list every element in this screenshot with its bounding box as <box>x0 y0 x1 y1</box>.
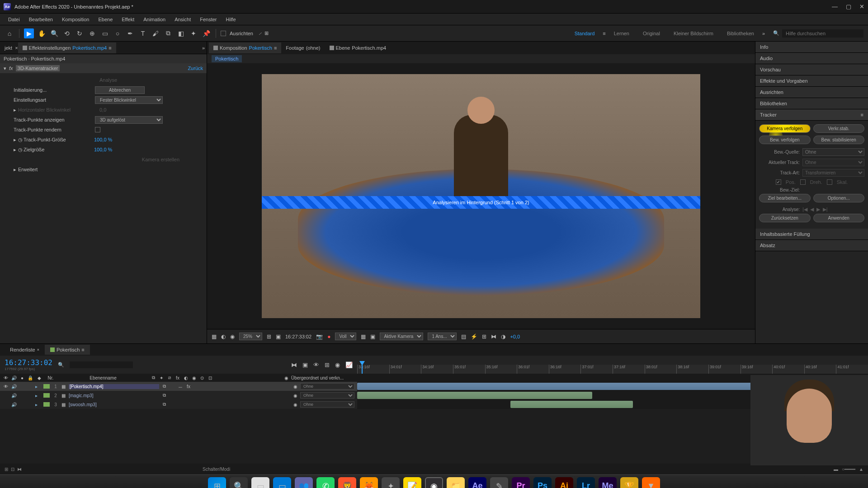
audio-toggle[interactable]: 🔊 <box>11 384 17 389</box>
menu-animation[interactable]: Animation <box>139 17 170 22</box>
horiz-twirl-icon[interactable]: ▸ <box>14 107 18 113</box>
stopwatch-icon[interactable]: ◷ <box>18 147 24 153</box>
taskbar-ps-icon[interactable]: Ps <box>533 477 552 488</box>
align-panel-header[interactable]: Ausrichten <box>755 87 868 98</box>
roi-icon[interactable]: ▣ <box>276 333 281 340</box>
text-tool[interactable]: T <box>138 28 148 38</box>
parent-select[interactable]: Ohne <box>300 383 354 389</box>
taskbar-me-icon[interactable]: Me <box>599 477 617 488</box>
stamp-tool[interactable]: ⧉ <box>163 28 173 38</box>
zoom-in-icon[interactable]: ▲ <box>859 467 863 472</box>
menu-hilfe[interactable]: Hilfe <box>222 17 241 22</box>
render-tp-checkbox[interactable] <box>95 127 100 132</box>
info-panel-header[interactable]: Info <box>755 42 868 53</box>
project-tab[interactable]: jekt <box>2 45 15 51</box>
taskbar-notes-icon[interactable]: 📝 <box>403 477 421 488</box>
comp-breadcrumb[interactable]: Pokertisch <box>212 55 242 62</box>
parent-pickwhip-icon[interactable]: ◉ <box>292 402 298 407</box>
taskbar-teams-icon[interactable]: 👥 <box>295 477 313 488</box>
taskbar-lr-icon[interactable]: Lr <box>577 477 595 488</box>
content-aware-fill-header[interactable]: Inhaltsbasierte Füllung <box>755 229 868 240</box>
taskbar-explorer-icon[interactable]: 📁 <box>447 477 465 488</box>
shy-col-icon[interactable]: ⧉ <box>150 375 156 380</box>
paragraph-panel-header[interactable]: Absatz <box>755 240 868 251</box>
zoom-select[interactable]: 25% <box>239 333 262 340</box>
layer-name[interactable]: [Pokertisch.mp4] <box>69 384 159 389</box>
views-select[interactable]: 1 Ans... <box>428 333 457 340</box>
taskbar-app2-icon[interactable]: ✎ <box>490 477 508 488</box>
effects-panel-header[interactable]: Effekte und Vorgaben <box>755 75 868 87</box>
toggle-switches-icon2[interactable]: ⊡ <box>11 467 14 472</box>
help-search-input[interactable] <box>782 29 863 38</box>
tp-size-twirl-icon[interactable]: ▸ <box>14 137 18 143</box>
menu-bearbeiten[interactable]: Bearbeiten <box>24 17 57 22</box>
workspace-kleiner[interactable]: Kleiner Bildschirm <box>668 31 719 36</box>
erweitert-twirl-icon[interactable]: ▸ <box>14 167 18 173</box>
taskbar-pr-icon[interactable]: Pr <box>512 477 530 488</box>
panel-menu-icon[interactable]: ≡ <box>861 112 863 117</box>
taskbar-whatsapp-icon[interactable]: ✆ <box>316 477 335 488</box>
mask-icon[interactable]: ◐ <box>221 333 226 340</box>
motion-blur-icon[interactable]: ◉ <box>335 361 340 368</box>
menu-datei[interactable]: Datei <box>4 17 24 22</box>
audio-toggle[interactable]: 🔊 <box>11 393 17 398</box>
draft-3d-icon[interactable]: ▣ <box>302 361 308 368</box>
taskbar-firefox-icon[interactable]: 🦊 <box>360 477 378 488</box>
eraser-tool[interactable]: ◧ <box>176 28 186 38</box>
timeline-ruler[interactable]: 33:16f 34:01f 34:16f 35:01f 35:16f 36:01… <box>357 365 868 374</box>
timeline-timecode[interactable]: 16:27:33:02 <box>5 358 52 367</box>
menu-ansicht[interactable]: Ansicht <box>170 17 195 22</box>
brush-tool[interactable]: 🖌 <box>151 28 160 38</box>
effect-reset-link[interactable]: Zurück <box>188 66 203 71</box>
effect-twirl-icon[interactable]: ▾ <box>4 66 6 71</box>
track-motion-button[interactable]: Bew. verfolgen <box>759 136 811 144</box>
fx-icon[interactable]: fx <box>9 66 13 71</box>
composition-viewer[interactable]: Analysieren im Hintergrund (Schritt 1 vo… <box>262 74 700 318</box>
rotate-tool[interactable]: ↻ <box>75 28 85 38</box>
shy-icon[interactable]: 👁 <box>313 361 319 368</box>
taskbar-search-icon[interactable]: 🔍 <box>230 477 248 488</box>
layer-bar[interactable] <box>510 401 633 408</box>
track-camera-button[interactable]: Kamera verfolgen <box>759 124 811 133</box>
workspace-overflow-icon[interactable]: » <box>762 31 765 36</box>
anchor-tool[interactable]: ⊕ <box>87 28 97 38</box>
parent-select[interactable]: Ohne <box>300 392 354 399</box>
taskbar-ae-icon[interactable]: Ae <box>468 477 486 488</box>
render-queue-tab[interactable]: Renderliste × <box>5 345 45 355</box>
flowchart-icon[interactable]: ⧓ <box>491 333 496 340</box>
taskbar-app-icon[interactable]: ✦ <box>382 477 400 488</box>
tracker-panel-header[interactable]: Tracker <box>760 112 861 117</box>
close-button[interactable]: ✕ <box>859 3 864 10</box>
video-col-icon[interactable]: 👁 <box>3 375 9 380</box>
rot-checkbox[interactable] <box>800 179 806 185</box>
panel-overflow-icon[interactable]: » <box>202 45 205 51</box>
playhead[interactable] <box>362 365 363 374</box>
roto-tool[interactable]: ✦ <box>189 28 198 38</box>
taskbar-brave-icon[interactable]: 🦁 <box>338 477 356 488</box>
graph-editor-icon[interactable]: 📈 <box>345 361 353 368</box>
stopwatch-icon[interactable]: ◷ <box>18 137 24 143</box>
minimize-button[interactable]: — <box>832 3 838 10</box>
audio-toggle[interactable]: 🔊 <box>11 402 17 407</box>
frame-blend-icon[interactable]: ⊞ <box>325 361 330 368</box>
grid-icon[interactable]: ▦ <box>212 333 217 340</box>
ziel-val[interactable]: 100,0 % <box>94 147 112 152</box>
parent-select[interactable]: Ohne <box>300 401 354 408</box>
exposure-value[interactable]: +0,0 <box>510 334 520 339</box>
warp-stabilize-button[interactable]: Verkr.stab. <box>813 124 865 133</box>
snap2-icon[interactable]: ⊞ <box>264 30 269 36</box>
ellipse-tool[interactable]: ○ <box>113 28 123 38</box>
effect-name[interactable]: 3D-Kameratracker <box>16 65 60 71</box>
layer-tab[interactable]: Ebene Pokertisch.mp4 <box>325 42 391 53</box>
taskbar-app3-icon[interactable]: 🏆 <box>620 477 638 488</box>
motion-source-select[interactable]: Ohne <box>802 148 864 156</box>
cancel-button[interactable]: Abbrechen <box>95 86 145 94</box>
channel-icon[interactable]: ● <box>327 333 330 340</box>
taskbar-taskview-icon[interactable]: ▭ <box>251 477 269 488</box>
tab-menu-icon[interactable]: ≡ <box>81 347 84 352</box>
toggle-switches-icon3[interactable]: ⧓ <box>17 467 22 472</box>
snapshot-icon[interactable]: 📷 <box>316 333 323 340</box>
layer-name[interactable]: [magic.mp3] <box>69 393 159 398</box>
workspace-lernen[interactable]: Lernen <box>609 31 635 36</box>
video-toggle[interactable]: 👁 <box>3 384 9 389</box>
